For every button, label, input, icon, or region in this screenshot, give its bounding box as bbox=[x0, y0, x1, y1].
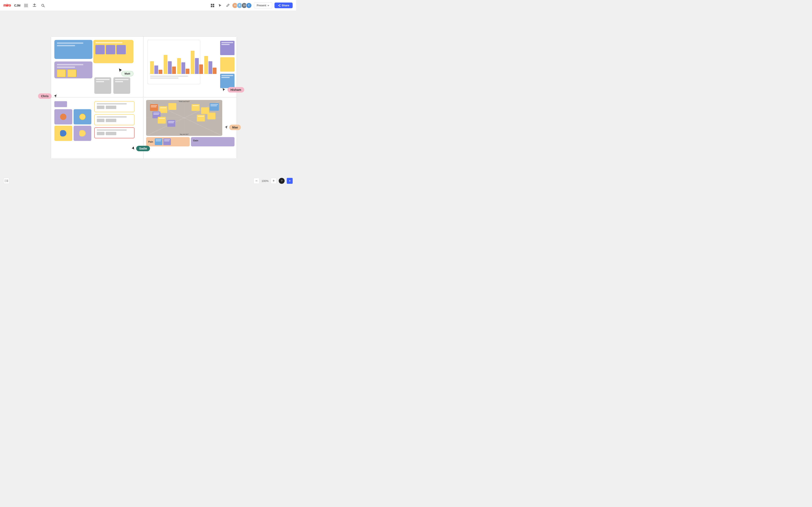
present-button[interactable]: Present bbox=[254, 2, 272, 8]
empathy-say-label: Say and do? bbox=[180, 133, 189, 135]
form-block-4 bbox=[106, 119, 116, 122]
emp-sticky-1[interactable] bbox=[150, 104, 158, 111]
help-button[interactable]: ? bbox=[279, 178, 285, 184]
quadrant-1 bbox=[51, 37, 144, 97]
card-line-2 bbox=[57, 45, 75, 46]
emp-sticky-3[interactable] bbox=[168, 103, 176, 110]
q3-cell-yellow-1[interactable] bbox=[54, 126, 72, 141]
zoom-plus-button[interactable]: + bbox=[271, 178, 276, 184]
board-title[interactable]: CJM bbox=[14, 4, 20, 7]
bar-y2 bbox=[164, 55, 167, 74]
q3-cell-purple-1[interactable] bbox=[54, 109, 72, 124]
bar-p5 bbox=[208, 61, 212, 74]
gain-box[interactable]: Gain bbox=[191, 137, 235, 147]
sticky-purple-lg[interactable] bbox=[220, 41, 235, 55]
gray-card-2[interactable] bbox=[113, 77, 130, 94]
bar-p4 bbox=[195, 58, 199, 74]
zoom-minus-button[interactable]: − bbox=[254, 178, 259, 184]
q3-purple-tag[interactable] bbox=[54, 101, 67, 107]
bar-o1 bbox=[159, 70, 162, 74]
chris-label: Chris bbox=[38, 93, 52, 99]
mae-cursor: Mae bbox=[224, 125, 241, 130]
cursor-tool[interactable] bbox=[217, 2, 223, 9]
yellow-cluster-header bbox=[95, 42, 122, 43]
q1-sticky-row bbox=[57, 69, 90, 77]
chart-box[interactable] bbox=[147, 40, 200, 84]
q3-grid bbox=[54, 109, 91, 141]
gray-line-3 bbox=[115, 79, 129, 80]
sticky-yellow-lg[interactable] bbox=[220, 57, 235, 72]
bar-o2 bbox=[172, 66, 176, 74]
sticky-purple-1[interactable] bbox=[95, 45, 105, 54]
gray-card-1[interactable] bbox=[94, 77, 111, 94]
emp-sticky-11[interactable] bbox=[207, 113, 215, 119]
svg-rect-1 bbox=[24, 5, 28, 6]
search-icon[interactable] bbox=[40, 3, 46, 8]
bottom-right: − 100% + ? ✦ bbox=[254, 178, 293, 184]
share-upload-icon[interactable] bbox=[32, 3, 38, 8]
emp-sticky-6[interactable] bbox=[167, 120, 175, 127]
yellow-cluster[interactable] bbox=[93, 40, 134, 63]
svg-rect-0 bbox=[24, 4, 28, 4]
form-block-5 bbox=[97, 132, 104, 135]
q1-sticky-yellow-2[interactable] bbox=[67, 69, 77, 77]
emp-sticky-9[interactable] bbox=[210, 103, 219, 111]
tool-group bbox=[209, 2, 231, 9]
svg-rect-16 bbox=[6, 180, 8, 180]
pen-tool[interactable] bbox=[224, 2, 231, 9]
blue-card[interactable] bbox=[54, 40, 92, 59]
form-field-3[interactable] bbox=[94, 127, 135, 138]
gain-label: Gain bbox=[193, 139, 198, 142]
hisham-label: Hisham bbox=[227, 87, 244, 93]
bar-group-3 bbox=[177, 58, 190, 74]
shape-blue-sm-1 bbox=[60, 130, 66, 136]
q3-forms bbox=[94, 101, 135, 140]
emp-sticky-10[interactable] bbox=[197, 115, 205, 121]
form-field-1[interactable] bbox=[94, 101, 135, 112]
sticky-row-1 bbox=[95, 45, 131, 54]
sticky-blue-lg[interactable] bbox=[220, 74, 235, 88]
q1-sticky-yellow-1[interactable] bbox=[57, 69, 66, 77]
svg-rect-5 bbox=[213, 4, 214, 5]
sticky-line-3 bbox=[221, 75, 233, 76]
sidebar-toggle[interactable] bbox=[3, 178, 9, 184]
sticky-purple-3[interactable] bbox=[116, 45, 126, 54]
gain-pain-row: Pain Gain bbox=[146, 137, 235, 147]
boards-container: Think and feel? Say and do? Pain bbox=[51, 36, 237, 159]
form-block-1 bbox=[97, 106, 104, 109]
chris-cursor: Chris bbox=[38, 93, 57, 99]
q3-cell-purple-2[interactable] bbox=[73, 126, 92, 141]
empathy-map[interactable]: Think and feel? Say and do? bbox=[146, 100, 222, 136]
emp-sticky-5[interactable] bbox=[158, 117, 166, 124]
avatar-3[interactable]: C bbox=[246, 3, 252, 8]
pain-sticky-1[interactable] bbox=[155, 138, 162, 145]
bar-o5 bbox=[213, 68, 216, 74]
bar-o3 bbox=[186, 69, 190, 74]
apps-tool[interactable] bbox=[209, 2, 216, 9]
form-line-1 bbox=[97, 103, 126, 104]
gray-line-2 bbox=[96, 81, 104, 82]
pain-box[interactable]: Pain bbox=[146, 137, 190, 147]
menu-icon[interactable] bbox=[23, 3, 29, 8]
share-button[interactable]: Share bbox=[274, 3, 293, 8]
q3-cell-blue-1[interactable] bbox=[73, 109, 92, 124]
miro-logo: miro bbox=[3, 3, 11, 8]
bottom-left bbox=[3, 178, 9, 184]
form-field-2[interactable] bbox=[94, 114, 135, 125]
magic-button[interactable]: ✦ bbox=[287, 178, 293, 184]
quadrant-3 bbox=[51, 98, 144, 159]
emp-sticky-7[interactable] bbox=[192, 104, 200, 111]
sticky-purple-2[interactable] bbox=[106, 45, 115, 54]
pain-sticky-2[interactable] bbox=[163, 138, 171, 145]
bar-o4 bbox=[199, 64, 203, 74]
sadie-label: Sadie bbox=[136, 146, 150, 151]
bar-p2 bbox=[168, 61, 172, 74]
purple-card[interactable] bbox=[54, 61, 92, 78]
shape-yellow-sm-1 bbox=[79, 130, 86, 136]
bar-group-1 bbox=[150, 61, 162, 74]
form-block-6 bbox=[106, 132, 116, 135]
shape-yellow-1 bbox=[79, 114, 86, 120]
bar-group-2 bbox=[164, 55, 176, 74]
form-blocks-1 bbox=[97, 106, 132, 109]
gray-line-1 bbox=[96, 79, 109, 80]
